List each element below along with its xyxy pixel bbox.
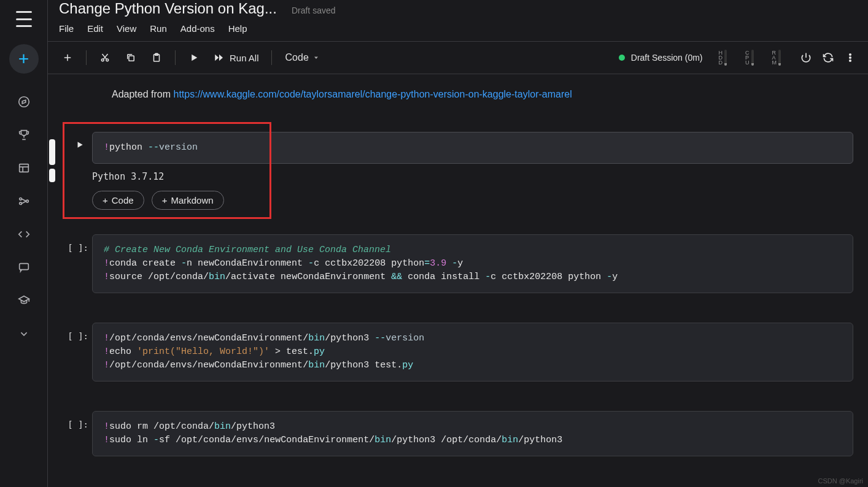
svg-rect-8 <box>19 264 28 270</box>
svg-point-7 <box>26 200 28 202</box>
code-cell: [ ]: !/opt/conda/envs/newCondaEnvironmen… <box>63 323 853 382</box>
svg-point-0 <box>18 97 29 107</box>
svg-rect-15 <box>129 56 134 61</box>
cell-drag-handle[interactable] <box>49 139 55 182</box>
cut-button[interactable] <box>94 47 116 69</box>
menu-addons[interactable]: Add-ons <box>180 23 215 34</box>
svg-marker-20 <box>219 55 223 61</box>
create-button[interactable]: + <box>9 44 39 74</box>
add-code-button[interactable]: +Code <box>92 191 144 210</box>
power-icon[interactable] <box>797 48 815 67</box>
hdd-meter: HDD <box>719 50 727 66</box>
session-status[interactable]: Draft Session (0m) <box>619 53 703 63</box>
main-area: Change Python Version on Kag... Draft sa… <box>48 0 868 487</box>
svg-point-24 <box>850 60 851 62</box>
svg-point-22 <box>850 54 851 56</box>
paste-button[interactable] <box>145 47 168 69</box>
menu-view[interactable]: View <box>117 23 136 34</box>
run-cell-button[interactable] <box>183 47 205 69</box>
refresh-icon[interactable] <box>819 48 837 67</box>
intro-link[interactable]: https://www.kaggle.com/code/taylorsamare… <box>174 89 572 99</box>
exec-prompt: [ ]: <box>68 411 92 429</box>
cell-output: Python 3.7.12 <box>92 171 853 182</box>
exec-prompt: [ ]: <box>68 234 92 253</box>
svg-point-23 <box>850 57 851 59</box>
cell-run-button[interactable] <box>68 132 92 149</box>
notebook-title[interactable]: Change Python Version on Kag... <box>59 0 277 17</box>
menu-run[interactable]: Run <box>150 23 167 34</box>
code-editor[interactable]: !sudo rm /opt/conda/bin/python3 !sudo ln… <box>92 411 853 456</box>
notebook-header: Change Python Version on Kag... Draft sa… <box>48 0 868 17</box>
menu-bar: File Edit View Run Add-ons Help <box>48 17 868 41</box>
exec-prompt: [ ]: <box>68 323 92 341</box>
code-icon[interactable] <box>12 222 36 247</box>
menu-file[interactable]: File <box>59 23 74 34</box>
code-editor[interactable]: !/opt/conda/envs/newCondaEnvironment/bin… <box>92 323 853 382</box>
svg-marker-1 <box>22 100 26 104</box>
code-cell: [ ]: # Create New Conda Environment and … <box>63 234 853 293</box>
trophy-icon[interactable] <box>12 123 36 147</box>
code-cell: [ ]: !sudo rm /opt/conda/bin/python3 !su… <box>63 411 853 456</box>
code-cell: !python --version Python 3.7.12 +Code +M… <box>63 132 853 210</box>
svg-rect-2 <box>19 164 28 172</box>
code-editor[interactable]: !python --version <box>92 132 853 164</box>
session-text: Draft Session (0m) <box>631 53 703 63</box>
compass-icon[interactable] <box>12 90 36 114</box>
add-cell-button[interactable] <box>56 47 79 69</box>
save-status: Draft saved <box>292 6 336 15</box>
celltype-label: Code <box>285 52 309 63</box>
notebook-content: Adapted from https://www.kaggle.com/code… <box>48 74 868 487</box>
watermark: CSDN @Kagiri <box>818 477 863 485</box>
hamburger-icon[interactable] <box>16 11 32 27</box>
menu-help[interactable]: Help <box>228 23 247 34</box>
learn-icon[interactable] <box>12 288 36 313</box>
svg-point-6 <box>19 202 21 205</box>
cpu-meter: CPU <box>745 50 754 66</box>
table-icon[interactable] <box>12 156 36 180</box>
discuss-icon[interactable] <box>12 255 36 280</box>
celltype-select[interactable]: Code <box>279 52 326 63</box>
copy-button[interactable] <box>120 47 142 69</box>
run-all-button[interactable]: Run All <box>209 52 264 63</box>
add-markdown-button[interactable]: +Markdown <box>152 191 224 210</box>
svg-marker-25 <box>78 142 83 147</box>
run-all-label: Run All <box>230 53 259 63</box>
svg-marker-19 <box>215 55 219 61</box>
chevron-down-icon[interactable] <box>12 321 36 346</box>
svg-marker-21 <box>314 57 318 59</box>
model-icon[interactable] <box>12 189 36 213</box>
session-dot-icon <box>619 55 625 61</box>
code-editor[interactable]: # Create New Conda Environment and Use C… <box>92 234 853 293</box>
toolbar: Run All Code Draft Session (0m) HDD CPU … <box>48 41 868 74</box>
ram-meter: RAM <box>772 50 781 66</box>
svg-point-5 <box>19 198 21 201</box>
svg-marker-18 <box>192 55 197 61</box>
left-nav-rail: + <box>0 0 48 487</box>
more-icon[interactable] <box>841 48 859 67</box>
intro-text: Adapted from https://www.kaggle.com/code… <box>112 89 853 100</box>
menu-edit[interactable]: Edit <box>87 23 103 34</box>
